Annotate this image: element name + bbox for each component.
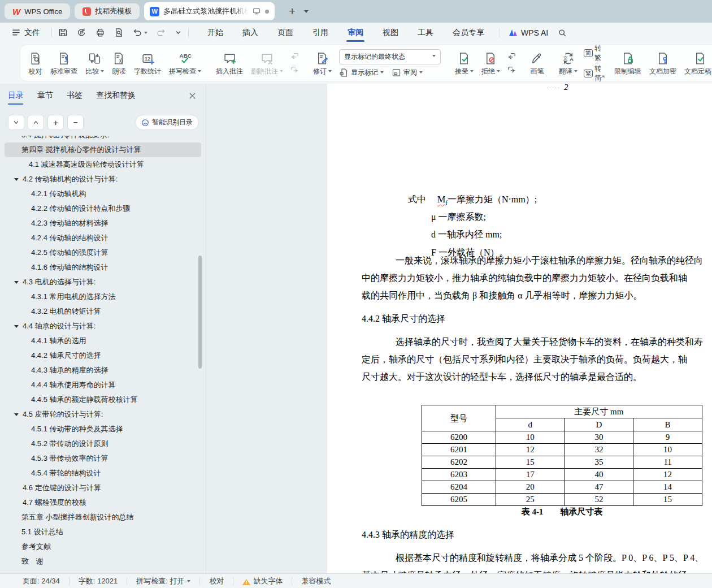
reject-change-button[interactable]: 拒绝 bbox=[477, 50, 504, 77]
proofread-button[interactable]: 校对 bbox=[24, 50, 46, 77]
wps-ai-button[interactable]: WPS AI bbox=[508, 28, 548, 38]
next-comment-icon[interactable] bbox=[290, 65, 299, 75]
standard-review-button[interactable]: 标准审查 bbox=[46, 50, 81, 77]
toc-item[interactable]: 第四章 搅拌机核心零件的设计与计算 bbox=[5, 142, 201, 157]
dialog-launcher-icon[interactable] bbox=[600, 75, 605, 80]
toc-item[interactable]: 4.2.1 传动轴机构 bbox=[0, 187, 206, 201]
toc-item[interactable]: 4.2 传动轴机构的设计与计算: bbox=[0, 172, 206, 187]
toc-item[interactable]: 4.4.1 轴承的选用 bbox=[0, 334, 206, 348]
toc-item[interactable]: 4.4.5 轴承的额定静载荷校核计算 bbox=[0, 392, 206, 407]
smart-toc-button[interactable]: 智能识别目录 bbox=[135, 115, 199, 130]
toc-item[interactable]: 5.1 设计总结 bbox=[0, 525, 206, 539]
toc-item[interactable]: 4.5.3 带传动效率的计算 bbox=[0, 451, 206, 466]
toc-item[interactable]: 4.6 定位键的设计与计算 bbox=[0, 481, 206, 495]
spellcheck-status[interactable]: 拼写检查: 打开 bbox=[134, 576, 193, 586]
traditional-to-simplified-button[interactable]: 繁 转简 bbox=[584, 64, 601, 83]
customize-toolbar-icon[interactable] bbox=[174, 28, 183, 37]
previous-comment-icon[interactable] bbox=[290, 51, 299, 61]
translate-button[interactable]: 文 A 翻译 bbox=[555, 50, 581, 77]
toc-item[interactable]: 4.4 轴承的设计与计算: bbox=[0, 319, 206, 334]
toc-item[interactable]: 4.1 减速器高速级齿轮传动设计计算 bbox=[0, 157, 206, 172]
pane-tab-章节[interactable]: 章节 bbox=[37, 90, 53, 105]
toc-item[interactable]: 4.3.2 电机的转矩计算 bbox=[0, 304, 206, 319]
next-change-icon[interactable] bbox=[507, 65, 516, 75]
main-menu-icon[interactable] bbox=[11, 28, 21, 37]
word-count-button[interactable]: 12 字数统计 bbox=[130, 50, 165, 77]
toc-item[interactable]: 4.3.1 常用电机的选择方法 bbox=[0, 289, 206, 304]
ink-brush-button[interactable]: 画笔 bbox=[526, 50, 548, 77]
track-changes-button[interactable]: 修订 bbox=[309, 50, 336, 77]
menu-引用[interactable]: 引用 bbox=[303, 23, 338, 42]
toc-item[interactable]: 4.4.3 轴承的精度的选择 bbox=[0, 363, 206, 378]
delete-comment-button[interactable]: 删除批注 bbox=[247, 50, 287, 77]
tab-list-button[interactable] bbox=[304, 8, 309, 15]
collapse-all-button[interactable] bbox=[28, 115, 44, 130]
wps-home-tab[interactable]: W WPS Office bbox=[5, 3, 70, 19]
toc-item[interactable]: 4.5.4 带轮的结构设计 bbox=[0, 466, 206, 481]
toc-item[interactable]: 4.2.5 传动轴的强度计算 bbox=[0, 245, 206, 260]
toc-item[interactable]: 3.4 搅拌机的零件装配要求: bbox=[0, 136, 206, 142]
finalize-document-button[interactable]: 文档定稿 bbox=[680, 50, 712, 77]
toc-item[interactable]: 第五章 小型搅拌器创新设计的总结 bbox=[0, 510, 206, 525]
markup-state-select[interactable]: 显示标记的最终状态 bbox=[339, 49, 441, 64]
toc-item[interactable]: 参考文献 bbox=[0, 539, 206, 554]
compatibility-mode-status[interactable]: 兼容模式 bbox=[299, 576, 333, 586]
pane-tab-目录[interactable]: 目录 bbox=[8, 90, 24, 105]
insert-comment-button[interactable]: 插入批注 bbox=[212, 50, 247, 77]
menu-会员专享[interactable]: 会员专享 bbox=[443, 23, 494, 42]
toc-item[interactable]: 4.7 螺栓强度的校核 bbox=[0, 495, 206, 510]
document-page[interactable]: ····· 2 式中Mf一摩擦力矩（N·mm）; μ 一摩擦系数; d 一轴承内… bbox=[327, 84, 712, 573]
toc-item[interactable]: 4.1.6 传动轴的结构设计 bbox=[0, 260, 206, 275]
proofread-status-button[interactable]: 校对 bbox=[207, 576, 226, 586]
toc-item[interactable]: 4.2.4 传动轴的结构设计 bbox=[0, 231, 206, 245]
toc-collapse-icon[interactable] bbox=[14, 178, 19, 183]
zoom-in-toc-button[interactable]: ＋ bbox=[47, 115, 64, 130]
pane-tab-查找和替换[interactable]: 查找和替换 bbox=[96, 90, 136, 105]
expand-all-button[interactable] bbox=[8, 115, 24, 130]
file-menu[interactable]: 文件 bbox=[24, 28, 40, 38]
toc-item[interactable]: 4.2.2 传动轴的设计特点和步骤 bbox=[0, 201, 206, 216]
encrypt-document-button[interactable]: 文档加密 bbox=[645, 50, 680, 77]
menu-工具[interactable]: 工具 bbox=[408, 23, 443, 42]
previous-change-icon[interactable] bbox=[507, 51, 516, 61]
spell-check-button[interactable]: ABC 拼写检查 bbox=[165, 50, 205, 77]
search-icon[interactable] bbox=[557, 28, 567, 38]
save-icon[interactable] bbox=[58, 27, 68, 38]
accept-change-button[interactable]: 接受 bbox=[451, 50, 477, 77]
toc-item[interactable]: 4.4.4 轴承使用寿命的计算 bbox=[0, 378, 206, 392]
export-icon[interactable] bbox=[76, 27, 87, 38]
restrict-editing-button[interactable]: 限制编辑 bbox=[610, 50, 645, 77]
read-aloud-button[interactable]: 朗读 bbox=[108, 50, 130, 77]
toc-item[interactable]: 4.4.2 轴承尺寸的选择 bbox=[0, 348, 206, 363]
simplified-to-traditional-button[interactable]: 简 转繁 bbox=[584, 44, 601, 63]
menu-开始[interactable]: 开始 bbox=[198, 23, 233, 42]
show-markup-button[interactable]: 显示标记 bbox=[339, 68, 384, 77]
toc-item[interactable]: 4.3 电机的选择与计算: bbox=[0, 275, 206, 289]
menu-审阅[interactable]: 审阅 bbox=[338, 23, 373, 42]
missing-font-warning[interactable]: 缺失字体 bbox=[240, 576, 285, 586]
word-count-status[interactable]: 字数: 12021 bbox=[76, 576, 120, 586]
toc-item[interactable]: 4.5.1 传动带的种类及其选择 bbox=[0, 422, 206, 436]
page-indicator[interactable]: 页面: 24/34 bbox=[20, 576, 62, 586]
close-pane-icon[interactable] bbox=[188, 92, 197, 100]
review-pane-button[interactable]: 审阅 bbox=[392, 68, 423, 77]
toc-item[interactable]: 4.5 皮带轮的设计与计算: bbox=[0, 407, 206, 422]
toc-item[interactable]: 致 谢 bbox=[0, 554, 206, 569]
template-store-tab[interactable]: 找稻壳模板 bbox=[75, 3, 140, 19]
sidebar-scrollbar[interactable] bbox=[198, 256, 202, 369]
redo-icon[interactable] bbox=[155, 27, 166, 38]
document-tab[interactable]: W 多晶硅立式浆池搅拌机机械结构 bbox=[144, 2, 275, 20]
menu-页面[interactable]: 页面 bbox=[268, 23, 303, 42]
menu-视图[interactable]: 视图 bbox=[373, 23, 408, 42]
compare-button[interactable]: 比较 bbox=[81, 50, 108, 77]
menu-插入[interactable]: 插入 bbox=[233, 23, 268, 42]
toc-collapse-icon[interactable] bbox=[14, 413, 19, 418]
pane-tab-书签[interactable]: 书签 bbox=[67, 90, 83, 105]
new-tab-button[interactable]: + bbox=[285, 4, 299, 19]
undo-button[interactable] bbox=[132, 27, 147, 38]
toc-item[interactable]: 4.2.3 传动轴的材料选择 bbox=[0, 216, 206, 231]
toc-collapse-icon[interactable] bbox=[14, 325, 19, 330]
toc-item[interactable]: 4.5.2 带传动的设计原则 bbox=[0, 436, 206, 451]
print-icon[interactable] bbox=[95, 27, 106, 38]
print-preview-icon[interactable] bbox=[114, 27, 124, 38]
